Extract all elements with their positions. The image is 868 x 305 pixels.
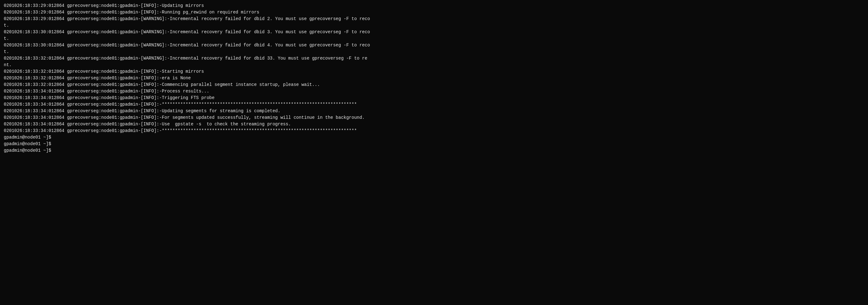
terminal-line: gpadmin@node01 ~]$ [4,147,864,154]
terminal-line: 0201026:18:33:29:012864 gprecoverseg:nod… [4,9,864,16]
terminal-line: t. [4,22,864,29]
terminal-line: 0201026:18:33:34:012864 gprecoverseg:nod… [4,108,864,114]
terminal-line: gpadmin@node01 ~]$ [4,134,864,141]
terminal-line: 0201026:18:33:29:012864 gprecoverseg:nod… [4,16,864,22]
terminal-line: 0201026:18:33:32:012864 gprecoverseg:nod… [4,75,864,81]
terminal-line: 0201026:18:33:34:012864 gprecoverseg:nod… [4,114,864,121]
terminal-line: t. [4,48,864,55]
terminal-line: t. [4,35,864,42]
terminal-line: 0201026:18:33:34:012864 gprecoverseg:nod… [4,95,864,101]
terminal-line: 0201026:18:33:34:012864 gprecoverseg:nod… [4,88,864,95]
terminal-line: 0201026:18:33:32:012864 gprecoverseg:nod… [4,55,864,62]
terminal-line: 0201026:18:33:34:012864 gprecoverseg:nod… [4,128,864,134]
terminal-line: 0201026:18:33:29:012864 gprecoverseg:nod… [4,2,864,9]
terminal-line: 0201026:18:33:30:012864 gprecoverseg:nod… [4,29,864,35]
terminal-line: 0201026:18:33:34:012864 gprecoverseg:nod… [4,121,864,128]
terminal-output: 0201026:18:33:29:012864 gprecoverseg:nod… [4,2,864,154]
terminal-line: 0201026:18:33:30:012864 gprecoverseg:nod… [4,42,864,48]
terminal-line: 0201026:18:33:32:012864 gprecoverseg:nod… [4,81,864,88]
terminal-line: 0201026:18:33:32:012864 gprecoverseg:nod… [4,68,864,75]
terminal-line: nt. [4,62,864,68]
terminal-line: gpadmin@node01 ~]$ [4,141,864,147]
terminal-line: 0201026:18:33:34:012864 gprecoverseg:nod… [4,101,864,108]
